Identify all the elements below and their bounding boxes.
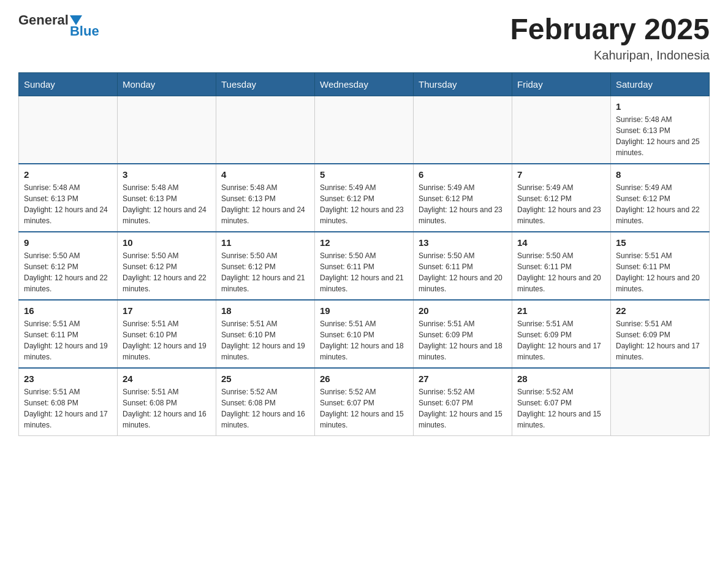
day-number: 28 <box>517 373 605 384</box>
day-number: 3 <box>123 169 211 180</box>
calendar-cell <box>512 96 611 164</box>
month-title: February 2025 <box>510 12 710 46</box>
day-number: 4 <box>221 169 309 180</box>
day-info: Sunrise: 5:51 AMSunset: 6:08 PMDaylight:… <box>123 386 211 431</box>
day-info: Sunrise: 5:49 AMSunset: 6:12 PMDaylight:… <box>320 182 408 226</box>
day-number: 26 <box>320 373 408 384</box>
day-info: Sunrise: 5:52 AMSunset: 6:08 PMDaylight:… <box>221 386 309 431</box>
day-number: 20 <box>419 305 507 316</box>
day-info: Sunrise: 5:51 AMSunset: 6:09 PMDaylight:… <box>616 318 704 362</box>
calendar-cell: 25Sunrise: 5:52 AMSunset: 6:08 PMDayligh… <box>216 368 315 436</box>
calendar-table: SundayMondayTuesdayWednesdayThursdayFrid… <box>18 72 710 436</box>
day-info: Sunrise: 5:51 AMSunset: 6:11 PMDaylight:… <box>24 318 112 362</box>
calendar-week-row: 1Sunrise: 5:48 AMSunset: 6:13 PMDaylight… <box>19 96 710 164</box>
calendar-cell: 17Sunrise: 5:51 AMSunset: 6:10 PMDayligh… <box>118 300 216 368</box>
calendar-cell: 16Sunrise: 5:51 AMSunset: 6:11 PMDayligh… <box>19 300 118 368</box>
calendar-cell <box>414 96 512 164</box>
day-info: Sunrise: 5:50 AMSunset: 6:12 PMDaylight:… <box>24 250 112 294</box>
page-header: General General Blue February 2025 Kahur… <box>18 12 710 63</box>
day-info: Sunrise: 5:50 AMSunset: 6:11 PMDaylight:… <box>419 250 507 294</box>
day-info: Sunrise: 5:49 AMSunset: 6:12 PMDaylight:… <box>517 182 605 226</box>
day-info: Sunrise: 5:51 AMSunset: 6:11 PMDaylight:… <box>616 250 704 294</box>
weekday-header-monday: Monday <box>118 73 216 96</box>
calendar-week-row: 23Sunrise: 5:51 AMSunset: 6:08 PMDayligh… <box>19 368 710 436</box>
day-number: 8 <box>616 169 704 180</box>
weekday-header-friday: Friday <box>512 73 611 96</box>
day-info: Sunrise: 5:51 AMSunset: 6:09 PMDaylight:… <box>419 318 507 362</box>
day-info: Sunrise: 5:52 AMSunset: 6:07 PMDaylight:… <box>517 386 605 431</box>
calendar-cell <box>19 96 118 164</box>
day-info: Sunrise: 5:51 AMSunset: 6:10 PMDaylight:… <box>123 318 211 362</box>
weekday-header-tuesday: Tuesday <box>216 73 315 96</box>
calendar-week-row: 2Sunrise: 5:48 AMSunset: 6:13 PMDaylight… <box>19 164 710 232</box>
day-info: Sunrise: 5:52 AMSunset: 6:07 PMDaylight:… <box>320 386 408 431</box>
calendar-cell: 24Sunrise: 5:51 AMSunset: 6:08 PMDayligh… <box>118 368 216 436</box>
calendar-week-row: 16Sunrise: 5:51 AMSunset: 6:11 PMDayligh… <box>19 300 710 368</box>
calendar-cell: 10Sunrise: 5:50 AMSunset: 6:12 PMDayligh… <box>118 232 216 300</box>
weekday-header-row: SundayMondayTuesdayWednesdayThursdayFrid… <box>19 73 710 96</box>
day-number: 6 <box>419 169 507 180</box>
day-info: Sunrise: 5:50 AMSunset: 6:11 PMDaylight:… <box>320 250 408 294</box>
calendar-cell: 19Sunrise: 5:51 AMSunset: 6:10 PMDayligh… <box>315 300 414 368</box>
day-info: Sunrise: 5:51 AMSunset: 6:09 PMDaylight:… <box>517 318 605 362</box>
weekday-header-thursday: Thursday <box>414 73 512 96</box>
weekday-header-wednesday: Wednesday <box>315 73 414 96</box>
calendar-cell: 23Sunrise: 5:51 AMSunset: 6:08 PMDayligh… <box>19 368 118 436</box>
day-number: 24 <box>123 373 211 384</box>
day-info: Sunrise: 5:49 AMSunset: 6:12 PMDaylight:… <box>419 182 507 226</box>
day-number: 15 <box>616 237 704 248</box>
calendar-cell <box>216 96 315 164</box>
calendar-cell: 6Sunrise: 5:49 AMSunset: 6:12 PMDaylight… <box>414 164 512 232</box>
calendar-cell: 13Sunrise: 5:50 AMSunset: 6:11 PMDayligh… <box>414 232 512 300</box>
day-info: Sunrise: 5:48 AMSunset: 6:13 PMDaylight:… <box>221 182 309 226</box>
calendar-cell: 2Sunrise: 5:48 AMSunset: 6:13 PMDaylight… <box>19 164 118 232</box>
calendar-cell: 14Sunrise: 5:50 AMSunset: 6:11 PMDayligh… <box>512 232 611 300</box>
calendar-cell: 18Sunrise: 5:51 AMSunset: 6:10 PMDayligh… <box>216 300 315 368</box>
day-info: Sunrise: 5:50 AMSunset: 6:12 PMDaylight:… <box>221 250 309 294</box>
day-number: 23 <box>24 373 112 384</box>
calendar-week-row: 9Sunrise: 5:50 AMSunset: 6:12 PMDaylight… <box>19 232 710 300</box>
day-number: 5 <box>320 169 408 180</box>
calendar-cell: 11Sunrise: 5:50 AMSunset: 6:12 PMDayligh… <box>216 232 315 300</box>
weekday-header-sunday: Sunday <box>19 73 118 96</box>
calendar-cell: 12Sunrise: 5:50 AMSunset: 6:11 PMDayligh… <box>315 232 414 300</box>
logo-blue-text: Blue <box>69 23 99 39</box>
day-number: 13 <box>419 237 507 248</box>
logo: General General Blue <box>18 12 99 40</box>
day-number: 2 <box>24 169 112 180</box>
day-number: 11 <box>221 237 309 248</box>
calendar-cell: 15Sunrise: 5:51 AMSunset: 6:11 PMDayligh… <box>611 232 710 300</box>
day-info: Sunrise: 5:49 AMSunset: 6:12 PMDaylight:… <box>616 182 704 226</box>
day-number: 21 <box>517 305 605 316</box>
day-number: 9 <box>24 237 112 248</box>
day-info: Sunrise: 5:50 AMSunset: 6:11 PMDaylight:… <box>517 250 605 294</box>
day-info: Sunrise: 5:48 AMSunset: 6:13 PMDaylight:… <box>123 182 211 226</box>
day-info: Sunrise: 5:52 AMSunset: 6:07 PMDaylight:… <box>419 386 507 431</box>
calendar-cell <box>118 96 216 164</box>
day-info: Sunrise: 5:48 AMSunset: 6:13 PMDaylight:… <box>24 182 112 226</box>
calendar-cell: 3Sunrise: 5:48 AMSunset: 6:13 PMDaylight… <box>118 164 216 232</box>
calendar-cell: 28Sunrise: 5:52 AMSunset: 6:07 PMDayligh… <box>512 368 611 436</box>
calendar-cell: 21Sunrise: 5:51 AMSunset: 6:09 PMDayligh… <box>512 300 611 368</box>
day-number: 27 <box>419 373 507 384</box>
day-info: Sunrise: 5:51 AMSunset: 6:08 PMDaylight:… <box>24 386 112 431</box>
day-number: 16 <box>24 305 112 316</box>
calendar-cell: 9Sunrise: 5:50 AMSunset: 6:12 PMDaylight… <box>19 232 118 300</box>
calendar-cell: 4Sunrise: 5:48 AMSunset: 6:13 PMDaylight… <box>216 164 315 232</box>
weekday-header-saturday: Saturday <box>611 73 710 96</box>
calendar-cell: 27Sunrise: 5:52 AMSunset: 6:07 PMDayligh… <box>414 368 512 436</box>
day-info: Sunrise: 5:48 AMSunset: 6:13 PMDaylight:… <box>616 114 704 158</box>
calendar-cell: 22Sunrise: 5:51 AMSunset: 6:09 PMDayligh… <box>611 300 710 368</box>
day-info: Sunrise: 5:51 AMSunset: 6:10 PMDaylight:… <box>221 318 309 362</box>
location-label: Kahuripan, Indonesia <box>510 48 710 63</box>
day-number: 19 <box>320 305 408 316</box>
day-number: 14 <box>517 237 605 248</box>
calendar-cell: 20Sunrise: 5:51 AMSunset: 6:09 PMDayligh… <box>414 300 512 368</box>
calendar-cell: 26Sunrise: 5:52 AMSunset: 6:07 PMDayligh… <box>315 368 414 436</box>
day-number: 10 <box>123 237 211 248</box>
calendar-cell: 5Sunrise: 5:49 AMSunset: 6:12 PMDaylight… <box>315 164 414 232</box>
calendar-cell: 1Sunrise: 5:48 AMSunset: 6:13 PMDaylight… <box>611 96 710 164</box>
day-number: 18 <box>221 305 309 316</box>
day-info: Sunrise: 5:51 AMSunset: 6:10 PMDaylight:… <box>320 318 408 362</box>
day-number: 12 <box>320 237 408 248</box>
